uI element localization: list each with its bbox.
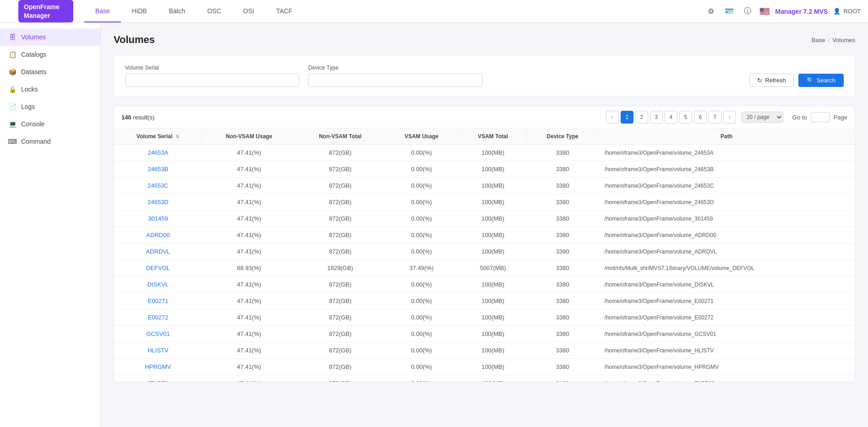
- volume-serial-cell[interactable]: JTAPE1: [114, 375, 202, 382]
- non_vsam_total-cell: 872(GB): [296, 276, 384, 293]
- table-row: ADRDVL47.41(%)872(GB)0.00(%)100(MB)3390/…: [114, 243, 855, 260]
- sidebar-item-catalogs[interactable]: 📋Catalogs: [0, 46, 100, 63]
- volume-serial-cell[interactable]: HLISTV: [114, 342, 202, 359]
- page-btn-5[interactable]: 5: [679, 111, 692, 124]
- vsam_usage-cell: 0.00(%): [384, 276, 459, 293]
- volume-serial-cell[interactable]: DISKVL: [114, 276, 202, 293]
- vsam_usage-cell: 37.49(%): [384, 260, 459, 276]
- user-menu[interactable]: 👤 ROOT: [833, 8, 861, 15]
- non_vsam_total-cell: 872(GB): [296, 161, 384, 178]
- sidebar-item-command[interactable]: ⌨Command: [0, 133, 100, 150]
- volume-serial-cell[interactable]: ADRD00: [114, 227, 202, 243]
- nav-tab-base[interactable]: Base: [84, 0, 121, 22]
- hamburger-button[interactable]: ☰: [7, 6, 15, 16]
- sidebar-item-locks[interactable]: 🔒Locks: [0, 81, 100, 98]
- page-btn-6[interactable]: 6: [694, 111, 707, 124]
- non_vsam_usage-cell: 47.41(%): [202, 194, 296, 211]
- prev-page-button[interactable]: ‹: [606, 111, 619, 124]
- brand-line2: Manager: [24, 11, 68, 20]
- table-row: DEFVOL88.93(%)1829(GB)37.49(%)5007(MB)33…: [114, 260, 855, 276]
- volume-serial-cell[interactable]: ADRDVL: [114, 243, 202, 260]
- volume-serial-cell[interactable]: DEFVOL: [114, 260, 202, 276]
- profile-icon[interactable]: 🪪: [723, 5, 736, 18]
- volume-serial-cell[interactable]: 24653B: [114, 161, 202, 178]
- vsam_usage-cell: 0.00(%): [384, 359, 459, 375]
- vsam_usage-cell: 0.00(%): [384, 145, 459, 161]
- settings-icon[interactable]: ⚙: [704, 5, 717, 18]
- refresh-button[interactable]: ↻ Refresh: [749, 74, 794, 87]
- device_type-cell: 3380: [527, 211, 598, 227]
- sidebar-item-datasets[interactable]: 📦Datasets: [0, 63, 100, 81]
- volume-serial-cell[interactable]: 301459: [114, 211, 202, 227]
- table-row: 24653D47.41(%)872(GB)0.00(%)100(MB)3380/…: [114, 194, 855, 211]
- path-cell: /home/oframe3/OpenFrame/volume_TAPE02: [598, 375, 855, 382]
- next-page-button[interactable]: ›: [723, 111, 736, 124]
- breadcrumb-base[interactable]: Base: [812, 37, 825, 43]
- vsam_total-cell: 100(MB): [459, 342, 527, 359]
- refresh-icon: ↻: [757, 77, 762, 84]
- path-cell: /home/oframe3/OpenFrame/volume_24653A: [598, 145, 855, 161]
- nav-right: ⚙ 🪪 ⓘ 🇺🇸 Manager 7.2 MVS 👤 ROOT: [704, 5, 861, 18]
- non_vsam_total-cell: 872(GB): [296, 326, 384, 342]
- non_vsam_usage-cell: 47.41(%): [202, 178, 296, 194]
- nav-tabs: BaseHiDBBatchOSCOSITACF: [84, 0, 303, 22]
- non_vsam_total-cell: 872(GB): [296, 309, 384, 326]
- nav-tab-osi[interactable]: OSI: [232, 0, 265, 22]
- volume-serial-cell[interactable]: E00272: [114, 309, 202, 326]
- main-content: Volumes Base / Volumes Volume Serial Dev…: [101, 23, 868, 427]
- table-row: HLISTV47.41(%)872(GB)0.00(%)100(MB)3380/…: [114, 342, 855, 359]
- nav-tab-tacf[interactable]: TACF: [265, 0, 304, 22]
- page-btn-4[interactable]: 4: [665, 111, 677, 124]
- table-row: 30145947.41(%)872(GB)0.00(%)100(MB)3380/…: [114, 211, 855, 227]
- sidebar-label: Datasets: [21, 68, 46, 76]
- device-type-input[interactable]: [308, 74, 482, 87]
- table-row: E0027147.41(%)872(GB)0.00(%)100(MB)3380/…: [114, 293, 855, 309]
- volume-serial-cell[interactable]: 24653D: [114, 194, 202, 211]
- help-icon[interactable]: ⓘ: [741, 5, 754, 18]
- lock-icon: 🔒: [8, 85, 16, 93]
- vsam_total-cell: 100(MB): [459, 243, 527, 260]
- volume-serial-cell[interactable]: HPRGMV: [114, 359, 202, 375]
- col-header-device-type: Device Type: [527, 129, 598, 145]
- vsam_usage-cell: 0.00(%): [384, 309, 459, 326]
- page-btn-2[interactable]: 2: [635, 111, 648, 124]
- sidebar-label: Command: [21, 138, 51, 145]
- volume-serial-cell[interactable]: 24653C: [114, 178, 202, 194]
- page-btn-1[interactable]: 1: [621, 111, 633, 124]
- sidebar: 🗄Volumes📋Catalogs📦Datasets🔒Locks📄Logs💻Co…: [0, 23, 101, 427]
- nav-tab-osc[interactable]: OSC: [196, 0, 232, 22]
- manager-label: Manager 7.2 MVS: [775, 8, 828, 15]
- table-row: GCSV0147.41(%)872(GB)0.00(%)100(MB)3380/…: [114, 326, 855, 342]
- volume-serial-cell[interactable]: E00271: [114, 293, 202, 309]
- table-row: JTAPE147.41(%)872(GB)0.00(%)100(MB)3480/…: [114, 375, 855, 382]
- per-page-select[interactable]: 20 / page 50 / page 100 / page: [742, 112, 783, 123]
- page-btn-7[interactable]: 7: [709, 111, 721, 124]
- vsam_total-cell: 100(MB): [459, 194, 527, 211]
- non_vsam_usage-cell: 47.41(%): [202, 309, 296, 326]
- volume-serial-cell[interactable]: GCSV01: [114, 326, 202, 342]
- sidebar-label: Catalogs: [21, 51, 46, 58]
- nav-tab-batch[interactable]: Batch: [158, 0, 197, 22]
- sidebar-item-volumes[interactable]: 🗄Volumes: [0, 28, 100, 46]
- volume-serial-input[interactable]: [125, 74, 299, 87]
- goto-input[interactable]: [811, 112, 830, 122]
- vsam_usage-cell: 0.00(%): [384, 161, 459, 178]
- sidebar-item-console[interactable]: 💻Console: [0, 115, 100, 133]
- pagination: ‹ 1234567› 20 / page 50 / page 100 / pag…: [606, 111, 847, 124]
- sidebar-item-logs[interactable]: 📄Logs: [0, 98, 100, 115]
- page-btn-3[interactable]: 3: [650, 111, 663, 124]
- table-row: E0027247.41(%)872(GB)0.00(%)100(MB)3380/…: [114, 309, 855, 326]
- filter-actions: ↻ Refresh 🔍 Search: [749, 74, 844, 87]
- vsam_usage-cell: 0.00(%): [384, 243, 459, 260]
- search-button[interactable]: 🔍 Search: [798, 74, 844, 87]
- path-cell: /home/oframe3/OpenFrame/volume_ADRD00: [598, 227, 855, 243]
- device_type-cell: 3380: [527, 227, 598, 243]
- log-icon: 📄: [8, 103, 16, 111]
- col-header-volume-serial[interactable]: Volume Serial ⇅: [114, 129, 202, 145]
- nav-tab-hidb[interactable]: HiDB: [121, 0, 158, 22]
- breadcrumb: Base / Volumes: [812, 37, 855, 43]
- vsam_total-cell: 100(MB): [459, 211, 527, 227]
- language-flag[interactable]: 🇺🇸: [759, 6, 770, 16]
- volume-serial-cell[interactable]: 24653A: [114, 145, 202, 161]
- device_type-cell: 3380: [527, 260, 598, 276]
